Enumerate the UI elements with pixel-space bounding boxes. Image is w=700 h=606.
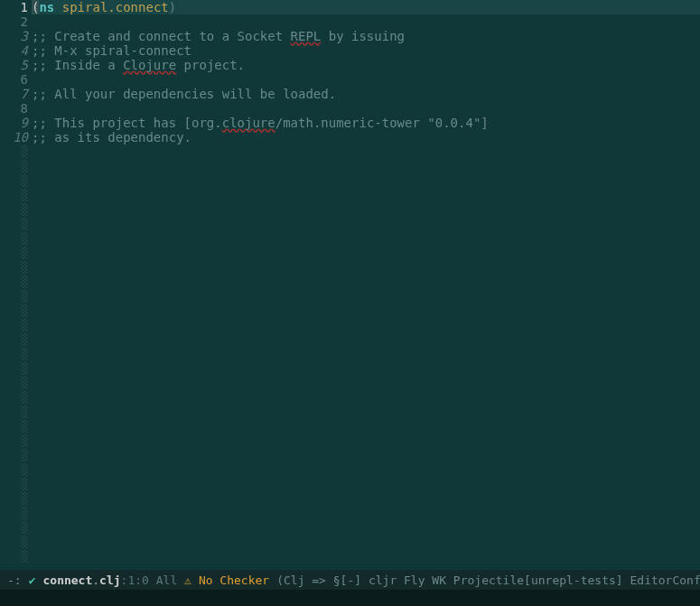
empty-line-marker: ░ (0, 405, 28, 419)
empty-line (32, 448, 700, 462)
code-line[interactable]: (ns spiral.connect) (32, 0, 700, 14)
empty-line (32, 145, 700, 159)
empty-line-marker: ░ (0, 390, 28, 405)
empty-line-marker: ░ (0, 491, 28, 506)
buffer-name: connect.clj:1:0 All (39, 573, 181, 587)
line-number: 3 (0, 29, 28, 43)
line-number-gutter: 12345678910░░░░░░░░░░░░░░░░░░░░░░░░░░░░░ (0, 0, 32, 570)
empty-line-marker: ░ (0, 173, 28, 188)
empty-line-marker: ░ (0, 549, 28, 564)
empty-line (32, 549, 700, 564)
empty-line-marker: ░ (0, 462, 28, 477)
code-line[interactable] (32, 101, 700, 116)
empty-line (32, 173, 700, 188)
line-number: 9 (0, 116, 28, 130)
empty-line-marker: ░ (0, 506, 28, 520)
checker-warning: ⚠ No Checker (181, 573, 273, 587)
empty-line (32, 376, 700, 390)
empty-line (32, 159, 700, 173)
empty-line-marker: ░ (0, 159, 28, 173)
code-content[interactable]: (ns spiral.connect);; Create and connect… (32, 0, 700, 570)
empty-line-marker: ░ (0, 477, 28, 491)
empty-line (32, 462, 700, 477)
empty-line (32, 390, 700, 405)
modeline: -: ✔ connect.clj:1:0 All ⚠ No Checker (C… (0, 570, 700, 590)
warning-icon: ⚠ (184, 573, 191, 587)
empty-line (32, 188, 700, 202)
empty-line-marker: ░ (0, 448, 28, 462)
code-line[interactable] (32, 14, 700, 29)
empty-line-marker: ░ (0, 361, 28, 376)
line-number: 1 (0, 0, 28, 14)
empty-line (32, 217, 700, 231)
code-line[interactable]: ;; Inside a Clojure project. (32, 58, 700, 72)
empty-line-marker: ░ (0, 434, 28, 448)
code-line[interactable]: ;; Create and connect to a Socket REPL b… (32, 29, 700, 43)
line-number: 2 (0, 14, 28, 29)
modeline-indicator: -: (4, 573, 25, 587)
code-line[interactable]: ;; as its dependency. (32, 130, 700, 145)
empty-line-marker: ░ (0, 289, 28, 303)
empty-line-marker: ░ (0, 145, 28, 159)
empty-line-marker: ░ (0, 303, 28, 318)
empty-line (32, 246, 700, 260)
empty-line (32, 419, 700, 434)
empty-line (32, 347, 700, 361)
flycheck-status: ✔ (25, 573, 40, 587)
empty-line (32, 491, 700, 506)
code-line[interactable]: ;; All your dependencies will be loaded. (32, 87, 700, 101)
empty-line-marker: ░ (0, 419, 28, 434)
empty-line-marker: ░ (0, 260, 28, 275)
empty-line-marker: ░ (0, 535, 28, 549)
code-line[interactable]: ;; This project has [org.clojure/math.nu… (32, 116, 700, 130)
empty-line (32, 332, 700, 347)
empty-line (32, 260, 700, 275)
empty-line (32, 477, 700, 491)
line-number: 8 (0, 101, 28, 116)
empty-line-marker: ░ (0, 520, 28, 535)
empty-line (32, 318, 700, 332)
empty-line (32, 434, 700, 448)
empty-line (32, 405, 700, 419)
empty-line-marker: ░ (0, 231, 28, 246)
empty-line (32, 275, 700, 289)
empty-line-marker: ░ (0, 332, 28, 347)
line-number: 4 (0, 43, 28, 58)
empty-line-marker: ░ (0, 217, 28, 231)
mode-list: (Clj => §[-] cljr Fly WK Projectile[unre… (273, 573, 700, 587)
line-number: 5 (0, 58, 28, 72)
empty-line (32, 535, 700, 549)
editor-area[interactable]: 12345678910░░░░░░░░░░░░░░░░░░░░░░░░░░░░░… (0, 0, 700, 570)
empty-line (32, 361, 700, 376)
check-icon: ✔ (29, 573, 36, 587)
empty-line (32, 202, 700, 217)
minibuffer[interactable] (0, 590, 700, 606)
line-number: 10 (0, 130, 28, 145)
empty-line-marker: ░ (0, 188, 28, 202)
empty-line-marker: ░ (0, 275, 28, 289)
empty-line-marker: ░ (0, 347, 28, 361)
empty-line (32, 303, 700, 318)
empty-line (32, 289, 700, 303)
empty-line (32, 520, 700, 535)
code-line[interactable]: ;; M-x spiral-connect (32, 43, 700, 58)
empty-line-marker: ░ (0, 202, 28, 217)
empty-line (32, 506, 700, 520)
empty-line (32, 231, 700, 246)
line-number: 6 (0, 72, 28, 87)
line-number: 7 (0, 87, 28, 101)
code-line[interactable] (32, 72, 700, 87)
empty-line-marker: ░ (0, 376, 28, 390)
empty-line-marker: ░ (0, 318, 28, 332)
empty-line-marker: ░ (0, 246, 28, 260)
